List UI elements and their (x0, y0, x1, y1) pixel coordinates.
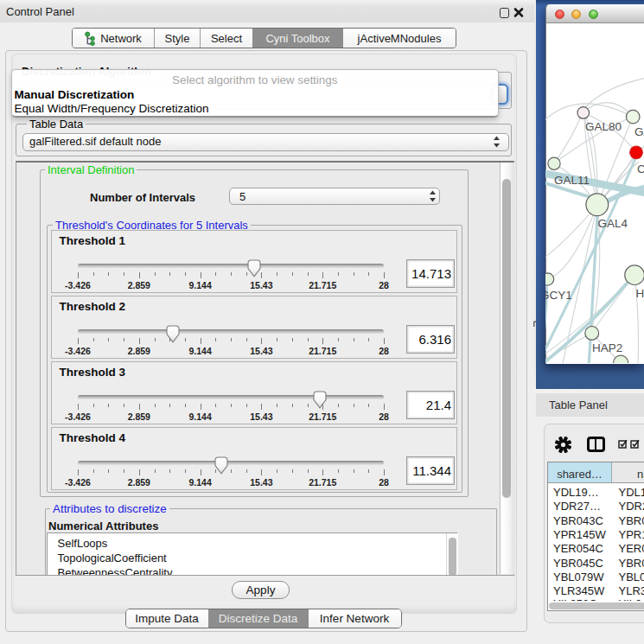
svg-text:HAP2: HAP2 (592, 341, 622, 354)
svg-text:GAL11: GAL11 (554, 174, 590, 187)
svg-text:GA: GA (634, 125, 644, 138)
svg-text:H: H (636, 287, 644, 300)
svg-text:GAL80: GAL80 (585, 120, 622, 133)
svg-text:GCY1: GCY1 (545, 289, 572, 302)
svg-text:C: C (637, 163, 644, 175)
svg-text:GAL4: GAL4 (598, 217, 628, 230)
